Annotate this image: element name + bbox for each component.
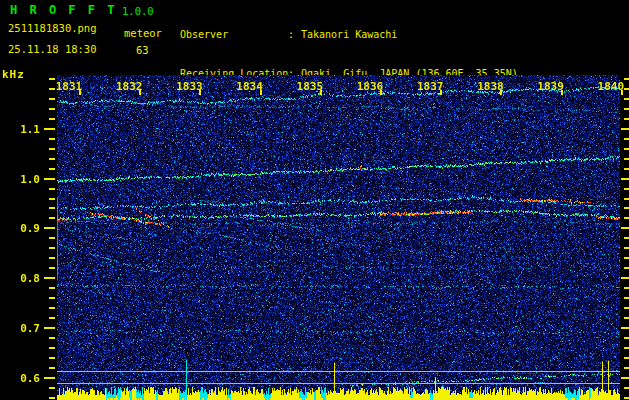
freq-minor-tick-right: [624, 78, 629, 80]
freq-minor-tick-left: [49, 287, 55, 289]
spectrogram-canvas: [57, 75, 620, 400]
freq-major-tick-left: [44, 128, 55, 130]
freq-minor-tick-left: [49, 78, 55, 80]
freq-major-tick-right: [621, 227, 629, 229]
freq-minor-tick-left: [49, 168, 55, 170]
freq-minor-tick-right: [624, 138, 629, 140]
freq-label: 1.1: [6, 123, 40, 136]
freq-major-tick-right: [621, 277, 629, 279]
freq-minor-tick-left: [49, 158, 55, 160]
freq-major-tick-left: [44, 178, 55, 180]
freq-minor-tick-right: [624, 188, 629, 190]
freq-minor-tick-left: [49, 267, 55, 269]
freq-label: 0.6: [6, 372, 40, 385]
freq-minor-tick-left: [49, 347, 55, 349]
freq-major-tick-left: [44, 277, 55, 279]
output-filename: 2511181830.png: [8, 22, 97, 34]
freq-minor-tick-right: [624, 317, 629, 319]
freq-major-tick-right: [621, 327, 629, 329]
freq-minor-tick-right: [624, 168, 629, 170]
freq-minor-tick-left: [49, 367, 55, 369]
freq-minor-tick-left: [49, 108, 55, 110]
freq-minor-tick-left: [49, 198, 55, 200]
freq-minor-tick-right: [624, 207, 629, 209]
info-separator: :: [288, 29, 301, 42]
freq-minor-tick-right: [624, 267, 629, 269]
freq-minor-tick-left: [49, 118, 55, 120]
frequency-unit-label: kHz: [2, 68, 25, 81]
freq-minor-tick-right: [624, 257, 629, 259]
freq-label: 0.7: [6, 322, 40, 335]
app-version: 1.0.0: [122, 5, 154, 17]
mode-label: meteor: [124, 27, 162, 39]
app-title: H R O F F T: [10, 3, 117, 17]
freq-minor-tick-left: [49, 188, 55, 190]
meteor-count: 63: [136, 44, 149, 56]
freq-minor-tick-right: [624, 287, 629, 289]
freq-label: 0.8: [6, 272, 40, 285]
freq-minor-tick-left: [49, 257, 55, 259]
freq-minor-tick-right: [624, 118, 629, 120]
freq-minor-tick-right: [624, 247, 629, 249]
freq-minor-tick-left: [49, 297, 55, 299]
freq-minor-tick-left: [49, 217, 55, 219]
freq-minor-tick-left: [49, 307, 55, 309]
freq-minor-tick-left: [49, 207, 55, 209]
freq-major-tick-left: [44, 227, 55, 229]
freq-minor-tick-left: [49, 387, 55, 389]
freq-minor-tick-right: [624, 98, 629, 100]
freq-minor-tick-right: [624, 217, 629, 219]
freq-label: 1.0: [6, 173, 40, 186]
freq-minor-tick-right: [624, 88, 629, 90]
freq-minor-tick-left: [49, 357, 55, 359]
hrofft-window: H R O F F T 1.0.0 2511181830.png meteor …: [0, 0, 629, 400]
freq-major-tick-left: [44, 327, 55, 329]
freq-minor-tick-left: [49, 337, 55, 339]
freq-minor-tick-left: [49, 237, 55, 239]
freq-minor-tick-right: [624, 367, 629, 369]
freq-minor-tick-right: [624, 158, 629, 160]
freq-major-tick-right: [621, 178, 629, 180]
freq-minor-tick-left: [49, 98, 55, 100]
freq-major-tick-left: [44, 377, 55, 379]
freq-minor-tick-left: [49, 247, 55, 249]
time-tick-mark: [621, 90, 623, 95]
freq-major-tick-right: [621, 128, 629, 130]
freq-minor-tick-right: [624, 148, 629, 150]
observation-datetime: 25.11.18 18:30: [8, 43, 97, 55]
freq-minor-tick-right: [624, 347, 629, 349]
freq-label: 0.9: [6, 222, 40, 235]
freq-minor-tick-right: [624, 337, 629, 339]
freq-minor-tick-right: [624, 387, 629, 389]
info-label: Observer: [180, 29, 288, 42]
freq-minor-tick-left: [49, 138, 55, 140]
freq-minor-tick-left: [49, 397, 55, 399]
freq-minor-tick-left: [49, 148, 55, 150]
freq-minor-tick-right: [624, 397, 629, 399]
info-row-observer: Observer : Takanori Kawachi: [180, 29, 518, 42]
freq-major-tick-right: [621, 377, 629, 379]
freq-minor-tick-right: [624, 357, 629, 359]
freq-minor-tick-right: [624, 237, 629, 239]
freq-minor-tick-right: [624, 307, 629, 309]
freq-minor-tick-right: [624, 297, 629, 299]
freq-minor-tick-left: [49, 317, 55, 319]
freq-minor-tick-right: [624, 108, 629, 110]
freq-minor-tick-right: [624, 198, 629, 200]
info-value: Takanori Kawachi: [301, 29, 397, 42]
freq-minor-tick-left: [49, 88, 55, 90]
